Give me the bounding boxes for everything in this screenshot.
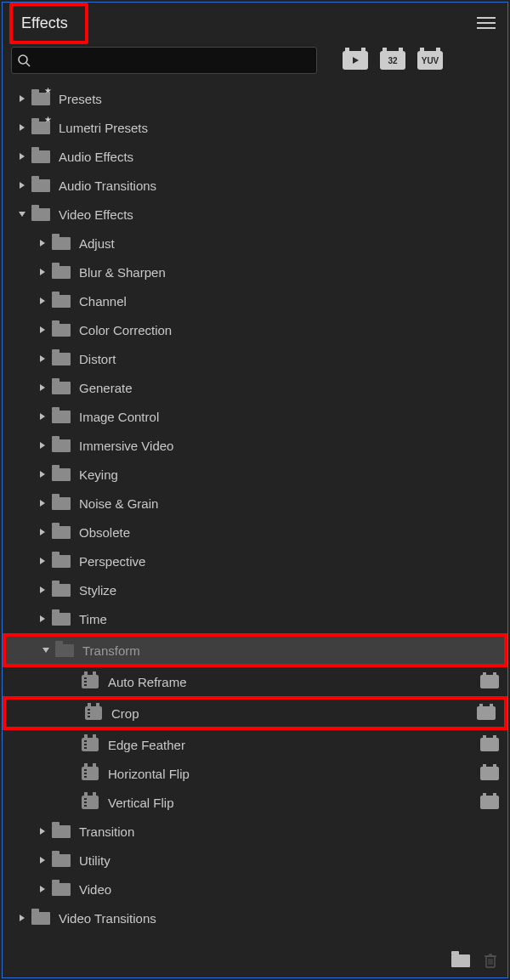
tree-item[interactable]: Edge Feather [3, 730, 507, 759]
folder-icon [31, 178, 50, 192]
svg-marker-11 [40, 326, 45, 333]
tree-item[interactable]: Obsolete [3, 518, 507, 547]
folder-icon [31, 150, 50, 163]
tree-item-label: Stylize [79, 583, 499, 598]
svg-line-1 [26, 63, 30, 66]
chevron-right-icon[interactable] [37, 412, 48, 421]
tree-item-label: Edge Feather [108, 738, 475, 752]
svg-marker-20 [40, 586, 45, 593]
tree-item-label: Crop [111, 706, 472, 721]
tree-item[interactable]: Image Control [3, 402, 507, 431]
folder-icon [52, 554, 71, 568]
tree-item-label: Perspective [79, 554, 499, 569]
svg-marker-8 [40, 240, 45, 246]
tree-item[interactable]: Generate [3, 373, 507, 402]
chevron-right-icon[interactable] [16, 914, 28, 922]
svg-marker-5 [20, 153, 25, 160]
tree-item[interactable]: Adjust [3, 229, 507, 258]
effect-icon [81, 675, 99, 688]
folder-icon [52, 323, 71, 337]
tree-item[interactable]: Presets [3, 84, 507, 113]
tree-item[interactable]: Lumetri Presets [3, 113, 507, 142]
tree-item[interactable]: Auto Reframe [3, 667, 507, 696]
tree-item[interactable]: Video Effects [3, 200, 507, 229]
tree-item[interactable]: Color Correction [3, 315, 507, 344]
svg-marker-13 [40, 384, 45, 391]
tree-item[interactable]: Keying [3, 460, 507, 489]
chevron-right-icon[interactable] [37, 856, 48, 864]
tree-item[interactable]: Stylize [3, 575, 507, 604]
tree-item[interactable]: Perspective [3, 547, 507, 575]
tree-item-label: Video Transitions [59, 911, 499, 926]
tree-item[interactable]: Vertical Flip [3, 788, 507, 817]
svg-marker-14 [40, 413, 45, 420]
accelerated-badge-icon [480, 767, 499, 780]
32bit-effects-toggle[interactable]: 32 [380, 51, 405, 70]
chevron-right-icon[interactable] [37, 499, 48, 507]
new-bin-icon[interactable] [451, 955, 470, 967]
effects-toolbar: 32 YUV [3, 43, 507, 82]
tree-item[interactable]: Utility [3, 846, 507, 875]
accelerated-badge-icon [480, 675, 499, 688]
svg-marker-6 [20, 182, 25, 189]
chevron-right-icon[interactable] [37, 586, 48, 594]
preset-bin-icon [31, 121, 50, 134]
tree-item-label: Adjust [79, 236, 499, 251]
chevron-right-icon[interactable] [37, 383, 48, 392]
chevron-right-icon[interactable] [37, 885, 48, 893]
tree-item-label: Generate [79, 381, 499, 395]
chevron-down-icon[interactable] [16, 210, 28, 218]
folder-icon [55, 643, 74, 657]
tree-item[interactable]: Distort [3, 344, 507, 373]
tree-item-label: Utility [79, 853, 499, 868]
svg-marker-18 [40, 529, 45, 535]
search-input[interactable] [36, 54, 311, 67]
tree-item[interactable]: Noise & Grain [3, 489, 507, 518]
folder-icon [52, 853, 71, 867]
svg-marker-24 [40, 857, 45, 864]
search-field[interactable] [11, 47, 317, 74]
svg-marker-19 [40, 558, 45, 564]
tree-item[interactable]: Video [3, 875, 507, 904]
folder-icon [52, 525, 71, 539]
tree-item-label: Time [79, 612, 499, 626]
tree-item[interactable]: Transition [3, 817, 507, 846]
tree-item[interactable]: Time [3, 604, 507, 633]
chevron-right-icon[interactable] [16, 181, 28, 190]
chevron-right-icon[interactable] [37, 326, 48, 334]
tree-item[interactable]: Transform [3, 633, 507, 667]
chevron-right-icon[interactable] [37, 470, 48, 479]
chevron-right-icon[interactable] [37, 239, 48, 247]
panel-tab-effects[interactable]: Effects [9, 3, 88, 44]
tree-item[interactable]: Audio Effects [3, 142, 507, 171]
accelerated-effects-toggle[interactable] [343, 51, 368, 70]
tree-item[interactable]: Blur & Sharpen [3, 258, 507, 286]
chevron-right-icon[interactable] [37, 615, 48, 623]
chevron-right-icon[interactable] [37, 268, 48, 276]
chevron-down-icon[interactable] [40, 646, 52, 654]
tree-item-label: Video Effects [59, 207, 499, 222]
chevron-right-icon[interactable] [16, 152, 28, 161]
panel-header: Effects [3, 3, 507, 43]
chevron-right-icon[interactable] [16, 123, 28, 132]
chevron-right-icon[interactable] [37, 354, 48, 363]
svg-marker-23 [40, 828, 45, 835]
tree-item[interactable]: Audio Transitions [3, 171, 507, 200]
chevron-right-icon[interactable] [37, 297, 48, 305]
chevron-right-icon[interactable] [37, 557, 48, 565]
effects-panel: Effects 32 YUV PresetsLumetri PresetsAud… [2, 2, 508, 978]
tree-item[interactable]: Horizontal Flip [3, 759, 507, 788]
chevron-right-icon[interactable] [16, 94, 28, 103]
panel-menu-icon[interactable] [477, 14, 496, 32]
chevron-right-icon[interactable] [37, 528, 48, 536]
tree-item[interactable]: Video Transitions [3, 904, 507, 932]
chevron-right-icon[interactable] [37, 827, 48, 836]
tree-item[interactable]: Crop [3, 696, 507, 730]
tree-item[interactable]: Immersive Video [3, 431, 507, 460]
yuv-effects-toggle[interactable]: YUV [417, 51, 443, 70]
tree-item-label: Immersive Video [79, 439, 499, 453]
chevron-right-icon[interactable] [37, 441, 48, 450]
trash-icon[interactable] [484, 953, 497, 968]
svg-marker-3 [20, 95, 25, 102]
tree-item[interactable]: Channel [3, 286, 507, 315]
